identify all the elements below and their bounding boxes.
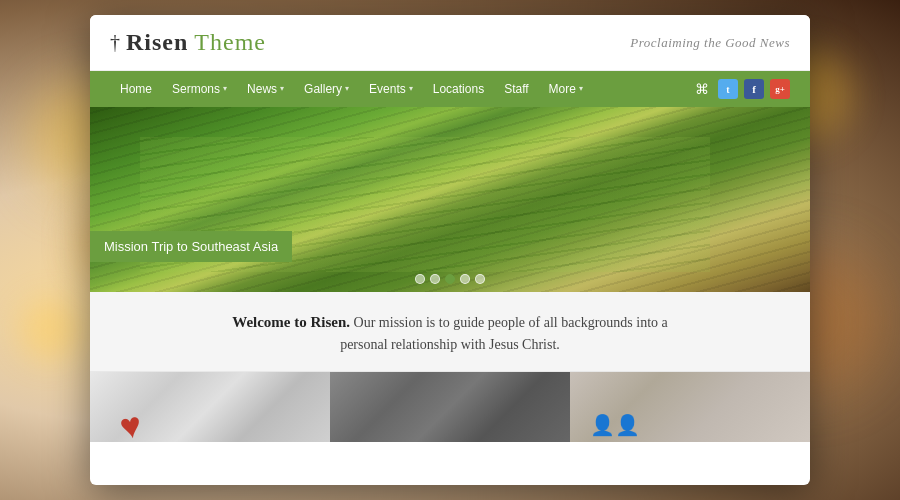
caret-icon: ▾ — [579, 71, 583, 107]
nav-menu: Home Sermons ▾ News ▾ Gallery ▾ Events ▾… — [110, 71, 593, 107]
nav-item-gallery[interactable]: Gallery ▾ — [294, 71, 359, 107]
card-love-img — [90, 372, 330, 442]
card-2-image — [330, 372, 570, 442]
nav-item-sermons[interactable]: Sermons ▾ — [162, 71, 237, 107]
site-logo: † Risen Theme — [110, 29, 266, 56]
slider-dot-1[interactable] — [415, 274, 425, 284]
nav-link-sermons[interactable]: Sermons ▾ — [162, 71, 237, 107]
nav-link-gallery[interactable]: Gallery ▾ — [294, 71, 359, 107]
welcome-body: Our mission is to guide people of all ba… — [340, 315, 668, 352]
slider-dot-3[interactable] — [445, 274, 455, 284]
nav-item-news[interactable]: News ▾ — [237, 71, 294, 107]
rss-icon[interactable]: ⌘ — [692, 79, 712, 99]
caret-icon: ▾ — [223, 71, 227, 107]
logo-risen-text: Risen — [126, 29, 188, 56]
caret-icon: ▾ — [345, 71, 349, 107]
welcome-section: Welcome to Risen. Our mission is to guid… — [90, 292, 810, 372]
cross-icon: † — [110, 31, 120, 54]
slider-dot-4[interactable] — [460, 274, 470, 284]
slider-dot-5[interactable] — [475, 274, 485, 284]
nav-link-news[interactable]: News ▾ — [237, 71, 294, 107]
hero-section: Mission Trip to Southeast Asia — [90, 107, 810, 292]
card-1[interactable] — [90, 372, 330, 442]
welcome-bold: Welcome to Risen. — [232, 314, 350, 330]
slider-dot-2[interactable] — [430, 274, 440, 284]
browser-window: † Risen Theme Proclaiming the Good News … — [90, 15, 810, 485]
google-icon[interactable]: g+ — [770, 79, 790, 99]
caret-icon: ▾ — [280, 71, 284, 107]
nav-social: ⌘ t f g+ — [692, 79, 790, 99]
nav-link-locations[interactable]: Locations — [423, 71, 494, 107]
twitter-icon[interactable]: t — [718, 79, 738, 99]
nav-item-home[interactable]: Home — [110, 71, 162, 107]
nav-item-more[interactable]: More ▾ — [539, 71, 593, 107]
card-3[interactable] — [570, 372, 810, 442]
cards-section — [90, 372, 810, 442]
card-faith-img — [330, 372, 570, 442]
slider-dots — [415, 274, 485, 284]
card-3-image — [570, 372, 810, 442]
caret-icon: ▾ — [409, 71, 413, 107]
nav-link-events[interactable]: Events ▾ — [359, 71, 423, 107]
hero-image — [90, 107, 810, 292]
nav-bar: Home Sermons ▾ News ▾ Gallery ▾ Events ▾… — [90, 71, 810, 107]
facebook-icon[interactable]: f — [744, 79, 764, 99]
site-header: † Risen Theme Proclaiming the Good News — [90, 15, 810, 71]
card-1-image — [90, 372, 330, 442]
nav-link-home[interactable]: Home — [110, 71, 162, 107]
nav-item-locations[interactable]: Locations — [423, 71, 494, 107]
nav-link-staff[interactable]: Staff — [494, 71, 538, 107]
site-tagline: Proclaiming the Good News — [630, 35, 790, 51]
logo-theme-text: Theme — [194, 29, 266, 56]
nav-link-more[interactable]: More ▾ — [539, 71, 593, 107]
welcome-text: Welcome to Risen. Our mission is to guid… — [210, 310, 690, 357]
card-people-img — [570, 372, 810, 442]
nav-item-events[interactable]: Events ▾ — [359, 71, 423, 107]
nav-item-staff[interactable]: Staff — [494, 71, 538, 107]
card-2[interactable] — [330, 372, 570, 442]
hero-caption: Mission Trip to Southeast Asia — [90, 231, 292, 262]
